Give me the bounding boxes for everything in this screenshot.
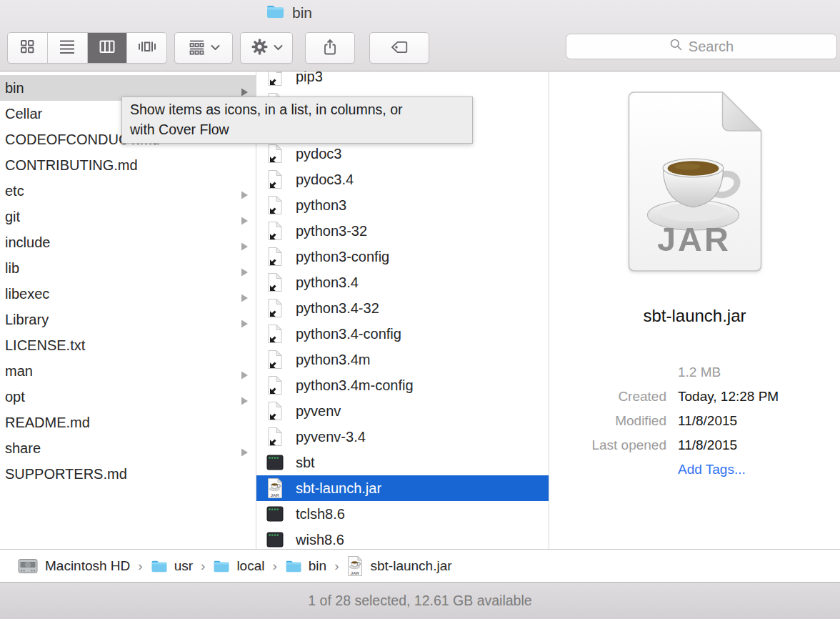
preview-detail-modified: Modified11/8/2015 (549, 409, 840, 433)
alias-document-icon (264, 246, 286, 267)
arrange-icon (188, 39, 206, 58)
alias-document-icon (264, 272, 286, 293)
alias-document-icon (264, 194, 286, 216)
disclosure-triangle-icon (241, 315, 249, 324)
share-button[interactable] (305, 32, 355, 64)
search-input[interactable]: Search (566, 34, 837, 59)
tooltip-line: with Cover Flow (130, 119, 464, 139)
path-item-sbt-launch-jar[interactable]: JARsbt-launch.jar (346, 555, 451, 577)
folder-item-opt[interactable]: opt (0, 384, 256, 410)
file-item-python3-4m[interactable]: python3.4m (256, 347, 549, 372)
jar-file-icon-large: JAR (621, 88, 768, 278)
icon-view-icon (19, 38, 36, 58)
folder-item-readme-md[interactable]: README.md (0, 410, 256, 435)
folder-item-include[interactable]: include (0, 229, 256, 255)
disclosure-triangle-icon (241, 238, 249, 247)
path-item-usr[interactable]: usr (151, 558, 193, 574)
executable-icon (264, 503, 286, 525)
folder-item-license-txt[interactable]: LICENSE.txt (0, 332, 256, 358)
file-item-pydoc3-4[interactable]: pydoc3.4 (256, 167, 549, 192)
jar-file-icon: JAR (346, 555, 364, 577)
icon-view-button[interactable] (8, 33, 47, 63)
file-item-python3-32[interactable]: python3-32 (256, 218, 549, 244)
disclosure-triangle-icon (241, 367, 249, 375)
file-item-wish8-6[interactable]: wish8.6 (256, 527, 549, 549)
svg-text:JAR: JAR (271, 493, 280, 497)
folder-item-share[interactable]: share (0, 435, 256, 461)
alias-document-icon (264, 349, 286, 370)
folder-icon (151, 559, 168, 573)
cover-flow-button[interactable] (126, 33, 166, 63)
cover-flow-view-icon (137, 38, 157, 58)
file-item-python3-4-config[interactable]: python3.4-config (256, 321, 549, 347)
alias-document-icon (264, 143, 286, 164)
disclosure-triangle-icon (241, 444, 249, 452)
disclosure-triangle-icon (241, 392, 249, 401)
folder-item-contributing-md[interactable]: CONTRIBUTING.md (0, 152, 256, 178)
window-chrome: bin (0, 0, 840, 71)
gear-icon (251, 38, 269, 58)
file-item-pyvenv[interactable]: pyvenv (256, 398, 549, 424)
file-item-sbt-launch-jar[interactable]: JARsbt-launch.jar (256, 475, 549, 501)
preview-file-size: 1.2 MB (549, 360, 840, 385)
file-item-python3-4m-config[interactable]: python3.4m-config (256, 372, 549, 398)
window-title: bin (266, 3, 312, 23)
disclosure-triangle-icon (241, 289, 249, 298)
file-item-tclsh8-6[interactable]: tclsh8.6 (256, 501, 549, 527)
svg-text:JAR: JAR (351, 570, 360, 575)
disclosure-triangle-icon (241, 84, 249, 92)
preview-detail-last-opened: Last opened11/8/2015 (549, 433, 840, 457)
file-item-python3[interactable]: python3 (256, 192, 549, 218)
preview-detail-created: CreatedToday, 12:28 PM (549, 385, 840, 409)
disclosure-triangle-icon (241, 264, 249, 272)
path-separator: › (138, 558, 142, 574)
finder-window: bin (0, 0, 840, 619)
proxy-folder-icon (266, 4, 285, 23)
view-mode-control (7, 32, 167, 64)
chevron-down-icon (211, 43, 220, 54)
folder-item-lib[interactable]: lib (0, 255, 256, 281)
alias-document-icon (264, 323, 286, 345)
jar-file-icon: JAR (264, 477, 286, 499)
folder-item-libexec[interactable]: libexec (0, 281, 256, 307)
alias-document-icon (264, 400, 286, 422)
folder-item-man[interactable]: man (0, 358, 256, 384)
folder-icon (285, 559, 302, 573)
file-item-pyvenv-3-4[interactable]: pyvenv-3.4 (256, 424, 549, 450)
preview-file-name: sbt-launch.jar (549, 306, 840, 326)
path-separator: › (334, 558, 339, 574)
preview-add-tags: Add Tags... (549, 457, 840, 482)
file-item-python3-4-32[interactable]: python3.4-32 (256, 295, 549, 321)
folder-item-etc[interactable]: etc (0, 178, 256, 204)
search-placeholder: Search (689, 39, 734, 55)
path-item-bin[interactable]: bin (285, 558, 326, 574)
tags-button[interactable] (369, 32, 429, 64)
file-item-pydoc3[interactable]: pydoc3 (256, 141, 549, 167)
folder-item-git[interactable]: git (0, 204, 256, 229)
path-item-macintosh-hd[interactable]: Macintosh HD (17, 557, 130, 575)
file-item-sbt[interactable]: sbt (256, 450, 549, 475)
chevron-down-icon (274, 43, 283, 54)
column-view-button[interactable] (87, 33, 127, 63)
status-bar: 1 of 28 selected, 12.61 GB available (0, 582, 840, 619)
search-icon (669, 38, 683, 55)
share-icon (321, 38, 339, 59)
file-item-python3-4[interactable]: python3.4 (256, 269, 549, 295)
disclosure-triangle-icon (241, 212, 249, 221)
path-bar: Macintosh HD› usr› local› bin› JARsbt-la… (0, 549, 840, 582)
executable-icon (264, 452, 286, 473)
executable-icon (264, 529, 286, 549)
folder-item-library[interactable]: Library (0, 307, 256, 332)
status-text: 1 of 28 selected, 12.61 GB available (308, 593, 531, 609)
tag-icon (389, 39, 409, 58)
arrange-button[interactable] (174, 32, 233, 64)
path-item-local[interactable]: local (213, 558, 264, 574)
folder-item-supporters-md[interactable]: SUPPORTERS.md (0, 461, 256, 487)
file-item-python3-config[interactable]: python3-config (256, 244, 549, 269)
alias-document-icon (264, 220, 286, 242)
action-button[interactable] (240, 32, 293, 64)
list-view-button[interactable] (47, 33, 87, 63)
add-tags-link[interactable]: Add Tags... (678, 462, 746, 477)
file-item-pip3[interactable]: pip3 (256, 71, 549, 89)
alias-document-icon (264, 375, 286, 396)
